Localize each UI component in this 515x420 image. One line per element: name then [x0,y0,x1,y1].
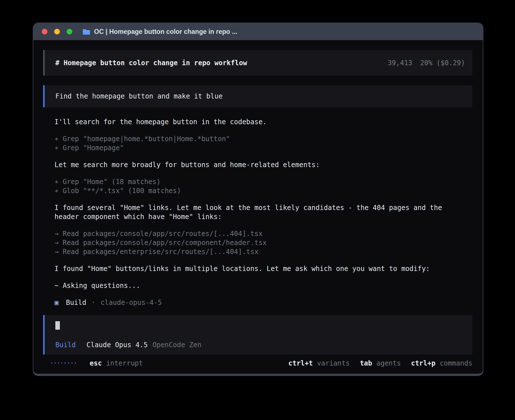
tool-call-group: ∗ Grep "homepage|home.*button|Home.*butt… [54,134,464,152]
tool-call-grep: ∗ Grep "Homepage" [54,143,464,152]
tool-call-grep: ∗ Grep "Home" (18 matches) [54,177,464,186]
text-cursor [55,321,60,330]
token-count: 39,413 [388,59,412,67]
hint-variants: ctrl+t variants [288,359,350,367]
key-esc: esc [90,359,102,367]
tool-call-group: ∗ Grep "Home" (18 matches) ∗ Glob "**/*.… [54,177,464,195]
tool-call-group: → Read packages/console/app/src/routes/[… [54,229,464,256]
tool-call-glob: ∗ Glob "**/*.tsx" (100 matches) [54,186,464,195]
tool-call-read: → Read packages/console/app/src/componen… [54,238,464,247]
tool-call-read: → Read packages/enterprise/src/routes/[.… [54,247,464,256]
traffic-lights [42,29,72,34]
agent-separator: · [91,298,95,307]
session-stats: 39,413 20% ($0.29) [388,59,465,67]
hint-agents: tab agents [360,359,401,367]
tool-call-read: → Read packages/console/app/src/routes/[… [54,229,464,238]
context-usage: 20% ($0.29) [420,59,465,67]
minimize-button[interactable] [54,29,60,34]
spinner-dots: ········ [50,359,77,367]
terminal-content: # Homepage button color change in repo w… [33,40,483,355]
provider-label: OpenCode Zen [152,341,201,349]
close-button[interactable] [42,29,47,34]
footer-right: ctrl+t variants tab agents ctrl+p comman… [288,359,472,367]
terminal-window: OC | Homepage button color change in rep… [33,23,483,376]
assistant-paragraph: Let me search more broadly for buttons a… [54,160,464,169]
user-message-text: Find the homepage button and make it blu… [55,92,222,100]
hint-commands: ctrl+p commands [411,359,472,367]
mode-label: Build [55,341,76,349]
session-title: # Homepage button color change in repo w… [55,59,247,67]
folder-icon [82,29,90,35]
model-label: Claude Opus 4.5 [86,341,148,349]
hint-agents-label: agents [376,359,401,367]
footer-left: ········ esc interrupt [50,359,143,367]
assistant-paragraph: I found "Home" buttons/links in multiple… [54,264,464,273]
assistant-status: ~ Asking questions... [54,281,464,290]
agent-status-line: ▣ Build · claude-opus-4-5 [54,298,464,307]
input-status-bar: Build Claude Opus 4.5 OpenCode Zen [55,341,462,349]
user-message: Find the homepage button and make it blu… [43,85,472,107]
prompt-input[interactable]: Build Claude Opus 4.5 OpenCode Zen [43,315,472,355]
agent-name: Build [66,298,86,307]
window-titlebar[interactable]: OC | Homepage button color change in rep… [33,23,483,40]
zoom-button[interactable] [67,29,72,34]
agent-icon: ▣ [54,298,58,307]
assistant-transcript: I'll search for the homepage button in t… [43,117,464,307]
tool-call-grep: ∗ Grep "homepage|home.*button|Home.*butt… [54,134,464,143]
agent-model: claude-opus-4-5 [101,298,162,307]
assistant-paragraph: I'll search for the homepage button in t… [54,117,464,126]
key-tab: tab [360,359,372,367]
assistant-paragraph: I found several "Home" links. Let me loo… [54,203,464,221]
hint-variants-label: variants [317,359,350,367]
window-title: OC | Homepage button color change in rep… [94,28,237,36]
session-header: # Homepage button color change in repo w… [43,50,472,76]
status-footer: ········ esc interrupt ctrl+t variants t… [33,355,483,374]
window-title-group: OC | Homepage button color change in rep… [82,28,237,36]
hint-commands-label: commands [440,359,472,367]
key-ctrl-t: ctrl+t [288,359,313,367]
hint-interrupt: esc interrupt [90,359,143,367]
key-ctrl-p: ctrl+p [411,359,436,367]
hint-interrupt-label: interrupt [106,359,143,367]
